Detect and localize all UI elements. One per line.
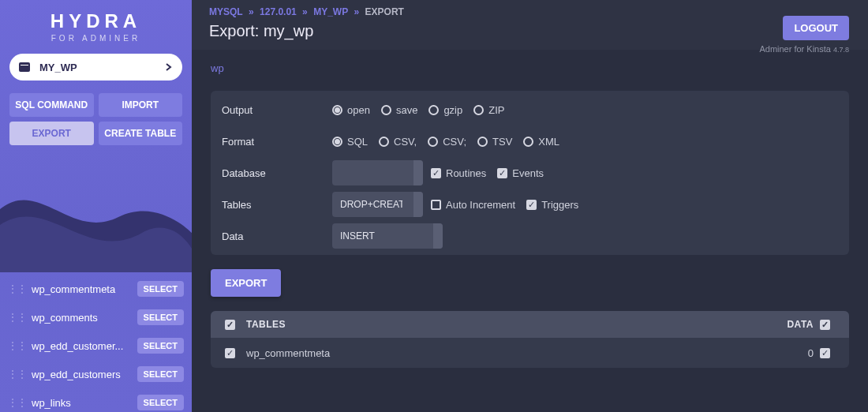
- table-name: wp_edd_customer...: [32, 340, 133, 352]
- breadcrumb-sep: »: [249, 6, 254, 17]
- drag-icon: ⋮⋮: [8, 283, 27, 294]
- select-button[interactable]: SELECT: [137, 366, 184, 382]
- breadcrumb-mysql[interactable]: MYSQL: [209, 6, 243, 17]
- data-row: Data INSERT: [211, 220, 849, 252]
- format-tsv-radio[interactable]: TSV: [477, 136, 512, 148]
- database-name: MY_WP: [39, 62, 77, 73]
- output-save-radio[interactable]: save: [381, 104, 417, 116]
- tables-label: Tables: [222, 199, 332, 211]
- database-label: Database: [222, 167, 332, 179]
- sidebar-table-list: ⋮⋮ wp_commentmeta SELECT ⋮⋮ wp_comments …: [0, 275, 192, 412]
- tables-select[interactable]: DROP+CREATE: [332, 192, 423, 217]
- sidebar-table-row[interactable]: ⋮⋮ wp_edd_customer... SELECT: [0, 331, 192, 360]
- import-button[interactable]: IMPORT: [99, 93, 183, 117]
- select-button[interactable]: SELECT: [137, 338, 184, 354]
- sidebar-table-row[interactable]: ⋮⋮ wp_links SELECT: [0, 388, 192, 412]
- table-data-checkbox[interactable]: [820, 348, 835, 358]
- version-note: Adminer for Kinsta 4.7.8: [759, 44, 849, 54]
- tables-row: Tables DROP+CREATE Auto Increment Trigge…: [211, 189, 849, 220]
- tables-header-label: TABLES: [246, 319, 286, 330]
- format-csvsemi-radio[interactable]: CSV;: [428, 136, 466, 148]
- tables-panel: TABLES DATA wp_commentmeta 0: [211, 311, 849, 368]
- drag-icon: ⋮⋮: [8, 369, 27, 380]
- sidebar-button-row: SQL COMMAND IMPORT EXPORT CREATE TABLE: [0, 93, 192, 145]
- data-header-label: DATA: [787, 319, 814, 330]
- table-row: wp_commentmeta 0: [211, 338, 849, 368]
- output-zip-radio[interactable]: ZIP: [473, 104, 504, 116]
- table-name: wp_commentmeta: [32, 283, 133, 295]
- create-table-button[interactable]: CREATE TABLE: [99, 122, 183, 145]
- output-row: Output open save gzip ZIP: [211, 94, 849, 125]
- drag-icon: ⋮⋮: [8, 397, 27, 408]
- triggers-checkbox[interactable]: Triggers: [526, 199, 578, 211]
- routines-checkbox[interactable]: Routines: [431, 167, 486, 179]
- autoincrement-checkbox[interactable]: Auto Increment: [431, 199, 515, 211]
- format-row: Format SQL CSV, CSV; TSV XML: [211, 125, 849, 157]
- breadcrumb-current: EXPORT: [365, 6, 404, 17]
- select-button[interactable]: SELECT: [137, 395, 184, 410]
- schema-link[interactable]: wp: [211, 62, 224, 74]
- sidebar-table-row[interactable]: ⋮⋮ wp_edd_customers SELECT: [0, 360, 192, 388]
- database-select[interactable]: [332, 160, 423, 185]
- tables-panel-header: TABLES DATA: [211, 311, 849, 338]
- tables-select-all-checkbox[interactable]: [225, 320, 240, 330]
- output-open-radio[interactable]: open: [332, 104, 370, 116]
- table-name: wp_edd_customers: [32, 369, 133, 380]
- breadcrumb-sep: »: [354, 6, 360, 17]
- table-name: wp_comments: [32, 312, 133, 324]
- export-submit-button[interactable]: EXPORT: [211, 269, 281, 297]
- data-select[interactable]: INSERT: [332, 223, 443, 249]
- logo: HYDRA FOR ADMINER: [0, 0, 192, 46]
- sidebar-table-row[interactable]: ⋮⋮ wp_comments SELECT: [0, 303, 192, 331]
- content: wp Output open save gzip ZIP Format SQL …: [192, 50, 868, 412]
- export-options-panel: Output open save gzip ZIP Format SQL CSV…: [211, 91, 849, 255]
- main: MYSQL » 127.0.01 » MY_WP » EXPORT Export…: [192, 0, 868, 412]
- table-include-checkbox[interactable]: [225, 348, 240, 358]
- events-checkbox[interactable]: Events: [497, 167, 544, 179]
- sidebar-table-row[interactable]: ⋮⋮ wp_commentmeta SELECT: [0, 275, 192, 303]
- format-sql-radio[interactable]: SQL: [332, 136, 368, 148]
- data-label: Data: [222, 230, 332, 242]
- database-selector[interactable]: MY_WP: [9, 54, 182, 81]
- breadcrumb-sep: »: [302, 6, 308, 17]
- logout-button[interactable]: LOGOUT: [783, 16, 849, 40]
- breadcrumb-host[interactable]: 127.0.01: [260, 6, 297, 17]
- database-row: Database Routines Events: [211, 157, 849, 189]
- drag-icon: ⋮⋮: [8, 312, 27, 323]
- select-button[interactable]: SELECT: [137, 281, 184, 297]
- table-name: wp_links: [32, 397, 133, 409]
- breadcrumb: MYSQL » 127.0.01 » MY_WP » EXPORT: [209, 6, 851, 17]
- header: MYSQL » 127.0.01 » MY_WP » EXPORT Export…: [192, 0, 868, 50]
- drag-icon: ⋮⋮: [8, 340, 27, 351]
- export-button[interactable]: EXPORT: [9, 122, 94, 145]
- table-row-name: wp_commentmeta: [246, 347, 330, 359]
- logo-sub: FOR ADMINER: [0, 34, 192, 43]
- logo-main: HYDRA: [0, 10, 192, 32]
- data-select-all-checkbox[interactable]: [820, 320, 835, 330]
- select-button[interactable]: SELECT: [137, 309, 184, 325]
- output-gzip-radio[interactable]: gzip: [428, 104, 462, 116]
- sql-command-button[interactable]: SQL COMMAND: [9, 93, 94, 117]
- database-icon: [19, 62, 30, 72]
- breadcrumb-db[interactable]: MY_WP: [313, 6, 348, 17]
- format-xml-radio[interactable]: XML: [523, 136, 559, 148]
- format-label: Format: [222, 136, 332, 148]
- format-csvcomma-radio[interactable]: CSV,: [379, 136, 417, 148]
- table-row-count: 0: [808, 347, 814, 359]
- output-label: Output: [222, 104, 332, 116]
- chevron-right-icon: [165, 62, 173, 73]
- page-title: Export: my_wp: [209, 22, 851, 40]
- decorative-wave: [0, 178, 192, 272]
- sidebar: HYDRA FOR ADMINER MY_WP SQL COMMAND IMPO…: [0, 0, 192, 412]
